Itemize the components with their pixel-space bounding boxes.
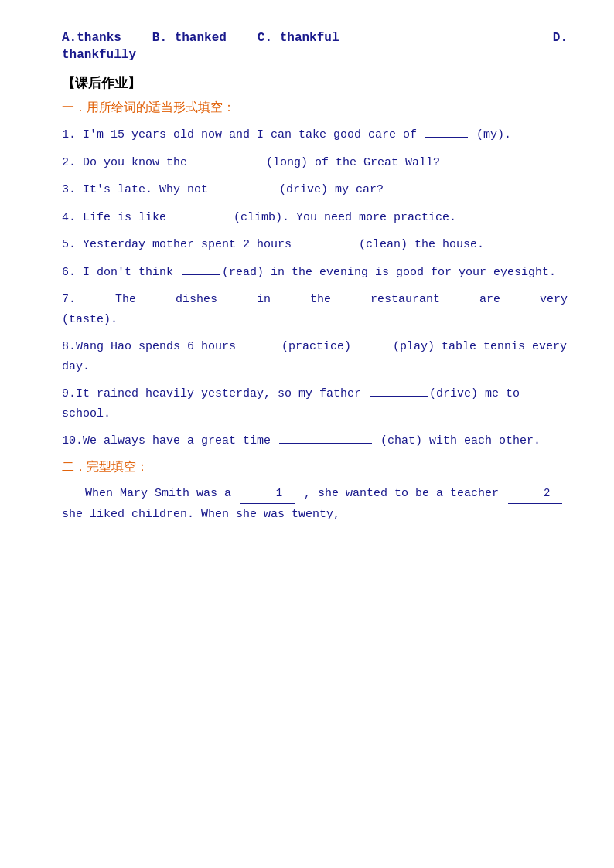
cloze-blank1[interactable]: 1 bbox=[240, 484, 295, 504]
q2-hint: (long) of the Great Wall? bbox=[259, 156, 440, 169]
q7-word5: restaurant bbox=[370, 290, 440, 310]
cloze-passage: When Mary Smith was a 1 , she wanted to … bbox=[62, 483, 568, 525]
q5-hint: (clean) the house. bbox=[352, 238, 484, 251]
question-7: 7. The dishes in the restaurant are very… bbox=[62, 290, 568, 329]
q7-word4: the bbox=[310, 290, 331, 310]
question-3: 3. It's late. Why not (drive) my car? bbox=[62, 180, 568, 200]
question-2: 2. Do you know the (long) of the Great W… bbox=[62, 153, 568, 173]
q6-hint: (read) in the evening is good for your e… bbox=[222, 266, 556, 279]
q6-blank[interactable] bbox=[182, 274, 220, 275]
q4-blank[interactable] bbox=[175, 220, 225, 220]
q4-num: 4. Life is like bbox=[62, 211, 173, 224]
q10-blank[interactable] bbox=[279, 443, 372, 444]
question-6: 6. I don't think (read) in the evening i… bbox=[62, 263, 568, 283]
q3-blank[interactable] bbox=[217, 192, 271, 192]
q7-word2: dishes bbox=[176, 290, 217, 310]
option-b-label: B. bbox=[152, 31, 167, 45]
option-c-text: thankful bbox=[280, 31, 339, 45]
q3-num: 3. It's late. Why not bbox=[62, 183, 215, 196]
option-d-text-line: thankfully bbox=[62, 48, 568, 62]
q1-num: 1. I'm 15 years old now and I can take g… bbox=[62, 128, 424, 141]
q10-num: 10.We always have a great time bbox=[62, 434, 278, 448]
q7-word1: The bbox=[115, 290, 136, 310]
q4-hint: (climb). You need more practice. bbox=[227, 211, 456, 224]
q1-hint: (my). bbox=[469, 128, 511, 141]
q7-word6: are bbox=[479, 290, 500, 310]
cloze-part3: she liked children. When she was twenty, bbox=[62, 508, 340, 521]
question-4: 4. Life is like (climb). You need more p… bbox=[62, 208, 568, 228]
option-c: C. thankful bbox=[258, 31, 339, 45]
subsection1-header: 一．用所给词的适当形式填空： bbox=[62, 100, 568, 116]
q6-num: 6. I don't think bbox=[62, 266, 180, 279]
question-9: 9.It rained heavily yesterday, so my fat… bbox=[62, 384, 568, 424]
q2-blank[interactable] bbox=[196, 165, 258, 165]
question-10: 10.We always have a great time (chat) wi… bbox=[62, 431, 568, 451]
question-1: 1. I'm 15 years old now and I can take g… bbox=[62, 125, 568, 145]
q3-hint: (drive) my car? bbox=[272, 183, 384, 196]
option-a-dot: . bbox=[70, 31, 77, 45]
q7-line1: 7. The dishes in the restaurant are very bbox=[62, 290, 568, 310]
option-c-label: C. bbox=[258, 31, 272, 45]
option-b: B. thanked bbox=[152, 31, 227, 45]
option-b-text: thanked bbox=[175, 31, 227, 45]
cloze-part2: , she wanted to be a teacher bbox=[304, 487, 499, 500]
q7-num: 7. bbox=[62, 290, 76, 310]
q7-word3: in bbox=[257, 290, 271, 310]
subsection2-header: 二．完型填空： bbox=[62, 459, 568, 475]
q7-line2: (taste). bbox=[62, 310, 568, 330]
q1-blank[interactable] bbox=[425, 137, 468, 138]
option-d-label: D. bbox=[553, 31, 568, 45]
option-d-text: thankfully bbox=[62, 48, 136, 62]
q8-blank2[interactable] bbox=[353, 349, 391, 349]
q7-word7: very bbox=[540, 290, 568, 310]
option-a-label: A bbox=[62, 31, 70, 45]
question-5: 5. Yesterday mother spent 2 hours (clean… bbox=[62, 235, 568, 255]
q10-hint: (chat) with each other. bbox=[374, 434, 541, 448]
option-a-text: thanks bbox=[77, 31, 121, 45]
section-header: 【课后作业】 bbox=[62, 74, 568, 92]
question-8: 8.Wang Hao spends 6 hours(practice)(play… bbox=[62, 337, 568, 376]
options-line: A.thanks B. thanked C. thankful D. bbox=[62, 31, 568, 45]
q8-blank1[interactable] bbox=[237, 349, 280, 349]
option-a: A.thanks bbox=[62, 31, 121, 45]
q8-hint1: (practice) bbox=[281, 340, 351, 353]
q5-num: 5. Yesterday mother spent 2 hours bbox=[62, 238, 298, 251]
q5-blank[interactable] bbox=[300, 247, 350, 247]
q9-blank[interactable] bbox=[370, 396, 428, 397]
q2-num: 2. Do you know the bbox=[62, 156, 194, 169]
q9-num: 9.It rained heavily yesterday, so my fat… bbox=[62, 387, 368, 400]
option-d: D. bbox=[553, 31, 568, 45]
cloze-part1: When Mary Smith was a bbox=[85, 487, 231, 500]
cloze-blank2[interactable]: 2 bbox=[508, 484, 562, 504]
q8-num: 8.Wang Hao spends 6 hours bbox=[62, 340, 236, 353]
